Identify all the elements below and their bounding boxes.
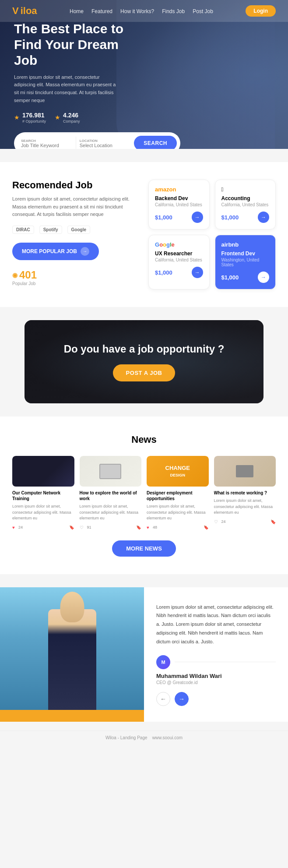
hero-content: The Best Place to Find Your Dream Job Lo… xyxy=(0,0,194,149)
search-label: SEARCH xyxy=(21,139,72,143)
rec-description: Lorem ipsum dolor sit amet, consectetur … xyxy=(12,195,140,219)
gap-3 xyxy=(0,403,288,416)
testimonial-quote: Lorem ipsum dolor sit amet, consectetur … xyxy=(156,603,276,646)
stat-company-label: Company xyxy=(63,119,80,123)
brand-spotify: Spotify xyxy=(39,226,62,234)
news-title: News xyxy=(12,434,276,445)
news-card-1-desc: Lorem ipsum dolor sit amet, consectetur … xyxy=(80,504,142,522)
gap-2 xyxy=(0,307,288,320)
nav-item-featured[interactable]: Featured xyxy=(91,7,112,15)
opportunity-section: Do you have a job opportunity ? POST A J… xyxy=(25,320,263,403)
nav-item-how[interactable]: How it Works? xyxy=(120,7,154,15)
footer: Wiloa - Landing Page www.sooui.com xyxy=(0,730,288,745)
bookmark-icon-0[interactable]: 🔖 xyxy=(69,525,74,530)
job-loc-2: California, United States xyxy=(155,258,203,262)
job-loc-0: California, United States xyxy=(155,202,203,207)
amazon-logo: amazon xyxy=(155,186,203,193)
bookmark-icon-1[interactable]: 🔖 xyxy=(136,525,141,530)
opp-wrapper: Do you have a job opportunity ? POST A J… xyxy=(0,320,288,403)
news-card-1-title: How to explore the world of work xyxy=(80,490,142,501)
popular-count: 401 Popular Job xyxy=(12,269,140,286)
news-card-2: CHANGEDESIGN Designer employment opportu… xyxy=(147,456,209,530)
job-title-2: UX Researcher xyxy=(155,251,203,257)
news-grid: Our Computer Network Training Lorem ipsu… xyxy=(12,456,276,530)
testimonial-content: Lorem ipsum dolor sit amet, consectetur … xyxy=(144,587,288,722)
job-card-google: Google UX Researcher California, United … xyxy=(148,235,210,289)
rec-title: Recomended Job xyxy=(12,180,140,191)
login-button[interactable]: Login xyxy=(246,5,276,17)
like-icon-3: ♡ xyxy=(214,519,218,524)
star-icon: ★ xyxy=(14,114,20,121)
apply-button-1[interactable]: → xyxy=(258,212,269,223)
search-button[interactable]: SEARCH xyxy=(134,136,177,149)
bookmark-icon-3[interactable]: 🔖 xyxy=(270,519,276,524)
popular-label: Popular Job xyxy=(12,281,140,286)
navbar: Viloa Home Featured How it Works? Finds … xyxy=(0,0,288,22)
news-meta-1: ♡ 91 🔖 xyxy=(80,525,142,530)
nav-item-finds[interactable]: Finds Job xyxy=(162,7,185,15)
avatar: M xyxy=(156,655,170,669)
news-card-0-desc: Lorem ipsum dolor sit amet, consectetur … xyxy=(12,504,74,522)
news-card-0: Our Computer Network Training Lorem ipsu… xyxy=(12,456,74,530)
more-popular-button[interactable]: MORE POPULAR JOB → xyxy=(12,243,99,260)
job-footer-3: $1,000 → xyxy=(221,272,270,283)
salary-2: $1,000 xyxy=(155,269,172,276)
post-job-button[interactable]: POST A JOB xyxy=(113,364,176,381)
nav-item-home[interactable]: Home xyxy=(70,7,84,15)
job-title-1: Accounting xyxy=(221,195,270,201)
stat-opportunity: ★ 176.981 # Opportunity xyxy=(14,111,46,123)
hero-stats: ★ 176.981 # Opportunity ★ 4.246 Company xyxy=(14,111,180,123)
apply-button-0[interactable]: → xyxy=(192,212,203,223)
news-thumb-0 xyxy=(12,456,74,487)
hero-description: Lorem ipsum dolor sit amet, consectetur … xyxy=(14,74,119,104)
heart-icon-2: ♥ xyxy=(147,525,149,530)
search-divider xyxy=(76,137,76,149)
apply-button-2[interactable]: → xyxy=(192,267,203,278)
news-card-3-title: What is remote working ? xyxy=(214,490,276,496)
news-likes-2: 48 xyxy=(153,525,157,529)
stat-opportunity-label: # Opportunity xyxy=(22,119,46,123)
google-logo: Google xyxy=(155,241,203,248)
bookmark-icon-2[interactable]: 🔖 xyxy=(204,525,209,530)
location-field: LOCATION xyxy=(80,139,131,148)
star-icon-2: ★ xyxy=(55,114,60,121)
job-title-0: Backend Dev xyxy=(155,195,203,201)
testimonial-arrows: ← → xyxy=(156,692,276,706)
location-label: LOCATION xyxy=(80,139,131,143)
news-likes-1: 91 xyxy=(87,525,91,529)
testimonial-section: Lorem ipsum dolor sit amet, consectetur … xyxy=(0,587,288,722)
salary-0: $1,000 xyxy=(155,214,172,221)
job-card-airbnb: airbnb Frontend Dev Washington, United S… xyxy=(215,235,276,289)
prev-testimonial-button[interactable]: ← xyxy=(156,692,170,706)
testimonial-person xyxy=(0,587,144,710)
news-card-3: What is remote working ? Lorem ipsum dol… xyxy=(214,456,276,530)
search-input[interactable] xyxy=(21,143,72,148)
more-news-button[interactable]: MORE NEWS xyxy=(112,540,176,557)
news-card-1: How to explore the world of work Lorem i… xyxy=(80,456,142,530)
heart-icon-0: ♥ xyxy=(12,525,15,530)
news-meta-2: ♥ 48 🔖 xyxy=(147,525,209,530)
footer-site: www.sooui.com xyxy=(152,735,183,740)
job-cards: amazon Backend Dev California, United St… xyxy=(148,180,276,289)
logo-accent: V xyxy=(12,5,19,17)
divider xyxy=(175,662,276,662)
salary-3: $1,000 xyxy=(221,274,239,281)
location-input[interactable] xyxy=(80,143,131,148)
nav-item-post[interactable]: Post Job xyxy=(193,7,213,15)
job-footer-0: $1,000 → xyxy=(155,212,203,223)
job-title-3: Frontend Dev xyxy=(221,251,270,257)
footer-label: Wiloa - Landing Page xyxy=(105,735,148,740)
stat-opportunity-number: 176.981 xyxy=(22,112,45,119)
news-card-2-desc: Lorem ipsum dolor sit amet, consectetur … xyxy=(147,504,209,522)
brand-logos: DIRAC Spotify Google xyxy=(12,226,140,234)
popular-number: 401 xyxy=(12,269,140,281)
apply-button-3[interactable]: → xyxy=(258,272,269,283)
job-card-amazon: amazon Backend Dev California, United St… xyxy=(148,180,210,229)
news-likes-3: 24 xyxy=(221,519,226,524)
news-card-3-desc: Lorem ipsum dolor sit amet, consectetur … xyxy=(214,498,276,516)
next-testimonial-button[interactable]: → xyxy=(175,692,189,706)
news-thumb-1 xyxy=(80,456,142,487)
avatar-line: M xyxy=(156,655,276,669)
brand-google: Google xyxy=(67,226,90,234)
brand-dirac: DIRAC xyxy=(12,226,34,234)
